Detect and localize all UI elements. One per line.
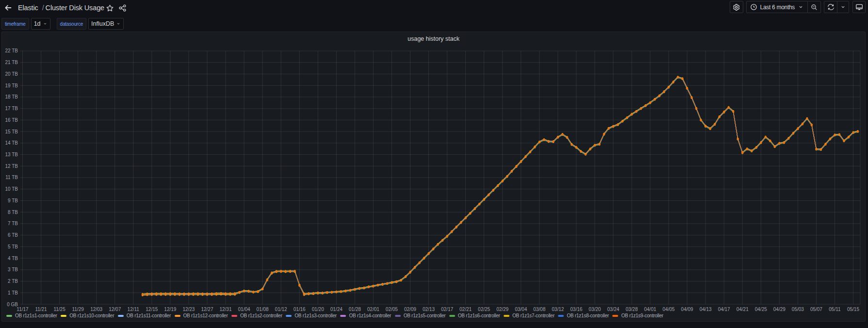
data-point [257, 291, 259, 292]
series-line [143, 77, 858, 295]
data-point [478, 203, 480, 205]
x-tick-label: 04/05 [663, 307, 675, 312]
data-point [704, 125, 706, 127]
data-point [751, 150, 753, 151]
variable-timeframe-picker[interactable]: 1d [31, 18, 50, 30]
refresh-interval-dropdown[interactable] [837, 1, 849, 13]
legend-swatch [6, 315, 12, 317]
toolbar-right: Last 6 months [730, 1, 866, 13]
arrow-left-icon [2, 2, 13, 13]
legend-item[interactable]: OB r1z1s12-controller [175, 313, 228, 318]
legend-item[interactable]: OB r1z1s5-controller [395, 313, 446, 318]
series-line [143, 77, 858, 295]
data-point [340, 291, 342, 292]
data-point [585, 153, 586, 155]
y-tick-label: 19 TB [5, 83, 18, 88]
legend-item[interactable]: OB r1z1s9-controller [612, 313, 663, 318]
x-tick-label: 01/20 [312, 307, 324, 312]
y-tick-label: 10 TB [5, 186, 18, 192]
data-point [658, 95, 660, 97]
x-tick-label: 04/01 [644, 307, 656, 312]
data-point [617, 124, 619, 125]
legend-label: OB r1z1s8-controller [567, 313, 609, 318]
y-tick-label: 11 TB [5, 175, 18, 180]
legend-item[interactable]: OB r1z1s1-controller [6, 313, 57, 318]
legend-swatch [175, 315, 180, 317]
legend-label: OB r1z1s5-controller [404, 313, 446, 318]
data-point [327, 292, 328, 293]
legend-item[interactable]: OB r1z1s2-controller [231, 313, 282, 318]
y-tick-label: 7 TB [8, 221, 18, 226]
legend-item[interactable]: OB r1z1s3-controller [286, 313, 337, 318]
variable-datasource-picker[interactable]: InfluxDB [88, 18, 124, 30]
y-tick-label: 15 TB [5, 129, 18, 134]
series-line [143, 77, 858, 294]
legend-item[interactable]: OB r1z1s7-controller [504, 313, 555, 318]
series-line [143, 78, 858, 295]
x-tick-label: 02/17 [441, 307, 453, 312]
x-tick-label: 11/25 [53, 307, 66, 312]
time-picker-group: Last 6 months [746, 1, 821, 13]
data-point [437, 244, 439, 245]
series-line [143, 77, 858, 295]
time-series-chart[interactable]: 0 GB1 TB2 TB3 TB4 TB5 TB6 TB7 TB8 TB9 TB… [2, 32, 865, 321]
data-point [691, 97, 692, 98]
series-line [143, 78, 858, 295]
data-point [345, 290, 346, 292]
legend-item[interactable]: OB r1z1s8-controller [558, 313, 609, 318]
series-line [143, 78, 858, 295]
data-point [373, 285, 374, 287]
data-point [294, 270, 295, 272]
time-range-picker[interactable]: Last 6 months [746, 1, 808, 13]
data-point [520, 161, 522, 162]
data-point [276, 271, 277, 272]
zoom-out-time-button[interactable] [808, 1, 821, 13]
breadcrumb-separator: / [42, 4, 44, 12]
data-point [548, 141, 549, 142]
data-point [363, 287, 365, 289]
legend-swatch [449, 315, 455, 317]
refresh-button[interactable] [824, 1, 837, 13]
series-line [143, 77, 858, 294]
x-tick-label: 03/12 [552, 307, 564, 312]
legend-label: OB r1z1s2-controller [240, 313, 282, 318]
dashboard-settings-button[interactable] [730, 1, 743, 13]
data-point [331, 292, 332, 293]
breadcrumb-dashboard-link[interactable]: Elastic [18, 4, 38, 12]
legend-item[interactable]: OB r1z1s11-controller [118, 313, 171, 318]
data-point [779, 143, 780, 144]
chevron-down-icon [798, 4, 804, 10]
y-tick-label: 13 TB [5, 152, 18, 157]
legend-label: OB r1z1s11-controller [127, 313, 171, 318]
favorite-button[interactable] [104, 2, 116, 14]
legend-swatch [286, 315, 292, 317]
data-point [783, 142, 785, 143]
data-point [469, 213, 471, 214]
series-line [143, 78, 858, 295]
legend-label: OB r1z1s3-controller [295, 313, 337, 318]
data-point [280, 270, 281, 272]
back-button[interactable] [0, 1, 16, 15]
data-point [797, 128, 799, 130]
data-point [626, 117, 628, 118]
x-tick-label: 11/29 [72, 307, 84, 312]
data-point [654, 98, 655, 100]
data-point [599, 144, 600, 145]
data-point [829, 138, 831, 140]
data-point [492, 189, 494, 191]
legend-item[interactable]: OB r1z1s10-controller [61, 313, 114, 318]
refresh-group [824, 1, 849, 13]
y-tick-label: 9 TB [8, 198, 18, 203]
data-point [456, 226, 457, 228]
legend-item[interactable]: OB r1z1s6-controller [449, 313, 500, 318]
y-tick-label: 2 TB [8, 279, 18, 284]
data-point [507, 176, 508, 177]
y-tick-label: 5 TB [8, 244, 18, 249]
legend-label: OB r1z1s6-controller [458, 313, 500, 318]
legend-item[interactable]: OB r1z1s4-controller [340, 313, 391, 318]
y-tick-label: 22 TB [5, 48, 18, 53]
x-tick-label: 03/28 [625, 307, 638, 312]
data-point [147, 293, 148, 295]
share-button[interactable] [117, 2, 129, 14]
kiosk-mode-button[interactable] [852, 1, 866, 13]
